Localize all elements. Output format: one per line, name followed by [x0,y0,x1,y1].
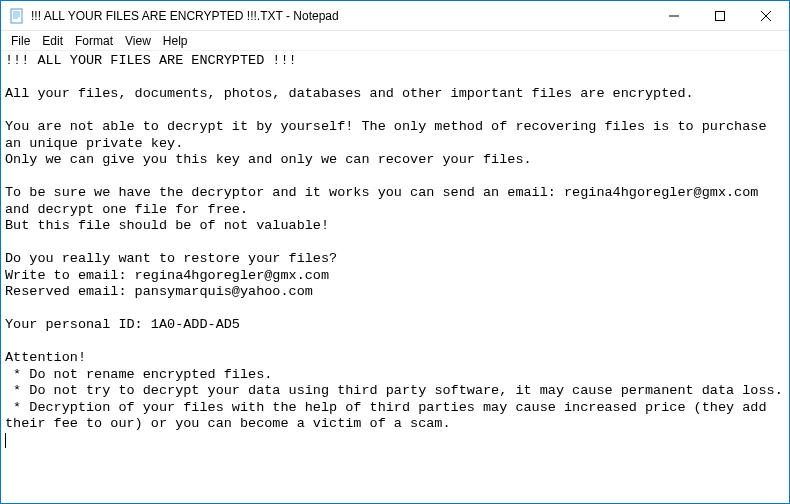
window-title: !!! ALL YOUR FILES ARE ENCRYPTED !!!.TXT… [31,9,651,23]
minimize-button[interactable] [651,1,697,31]
menu-edit[interactable]: Edit [36,32,69,50]
window-controls [651,1,789,30]
menu-file[interactable]: File [5,32,36,50]
menu-help[interactable]: Help [157,32,194,50]
menu-format[interactable]: Format [69,32,119,50]
document-text: !!! ALL YOUR FILES ARE ENCRYPTED !!! All… [5,53,783,431]
text-area[interactable]: !!! ALL YOUR FILES ARE ENCRYPTED !!! All… [1,51,789,503]
text-cursor [5,433,6,448]
menubar: File Edit Format View Help [1,31,789,51]
close-button[interactable] [743,1,789,31]
menu-view[interactable]: View [119,32,157,50]
maximize-button[interactable] [697,1,743,31]
titlebar[interactable]: !!! ALL YOUR FILES ARE ENCRYPTED !!!.TXT… [1,1,789,31]
svg-rect-6 [716,12,725,21]
notepad-icon [9,8,25,24]
